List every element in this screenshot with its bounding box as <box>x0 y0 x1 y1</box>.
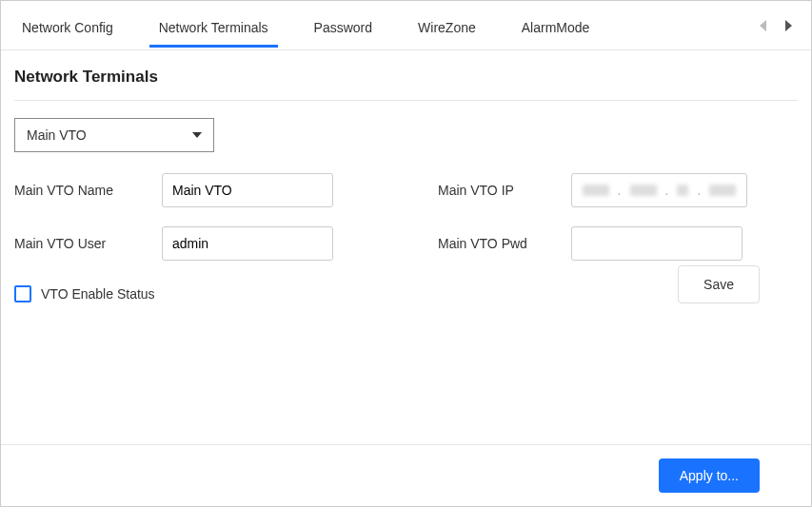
vto-enable-label: VTO Enable Status <box>41 286 155 302</box>
vto-pwd-input[interactable] <box>571 226 743 261</box>
tab-scroll-arrows <box>760 20 800 31</box>
tab-scroll-right-icon[interactable] <box>785 20 792 31</box>
vto-ip-label: Main VTO IP <box>438 183 571 198</box>
ip-segment <box>630 185 657 196</box>
save-button[interactable]: Save <box>678 265 760 303</box>
divider <box>14 100 798 101</box>
ip-segment <box>583 185 609 196</box>
tab-bar: Network Config Network Terminals Passwor… <box>1 1 811 50</box>
tab-network-config[interactable]: Network Config <box>12 5 123 47</box>
tab-alarmmode[interactable]: AlarmMode <box>512 5 600 47</box>
footer: Apply to... <box>1 444 811 506</box>
vto-name-input[interactable] <box>162 173 333 207</box>
tab-wirezone[interactable]: WireZone <box>408 5 485 47</box>
vto-pwd-label: Main VTO Pwd <box>438 236 571 251</box>
content-area: Network Terminals Main VTO Main VTO Name… <box>1 50 811 444</box>
tab-network-terminals[interactable]: Network Terminals <box>149 5 278 47</box>
apply-to-button[interactable]: Apply to... <box>659 458 760 493</box>
vto-ip-input[interactable]: . . . <box>571 173 747 207</box>
tab-scroll-left-icon[interactable] <box>760 20 766 31</box>
vto-enable-checkbox[interactable] <box>14 285 31 302</box>
ip-segment <box>709 185 736 196</box>
ip-segment <box>677 185 688 196</box>
vto-user-input[interactable] <box>162 226 333 261</box>
vto-user-label: Main VTO User <box>14 236 162 251</box>
section-title: Network Terminals <box>14 68 798 87</box>
window: Network Config Network Terminals Passwor… <box>0 0 812 507</box>
tab-password[interactable]: Password <box>305 5 382 47</box>
vto-select[interactable]: Main VTO <box>14 118 214 152</box>
caret-down-icon <box>192 132 202 138</box>
vto-select-value: Main VTO <box>27 127 87 143</box>
form-grid: Main VTO Name Main VTO IP . . . Main VTO… <box>14 173 798 261</box>
vto-name-label: Main VTO Name <box>14 183 162 198</box>
